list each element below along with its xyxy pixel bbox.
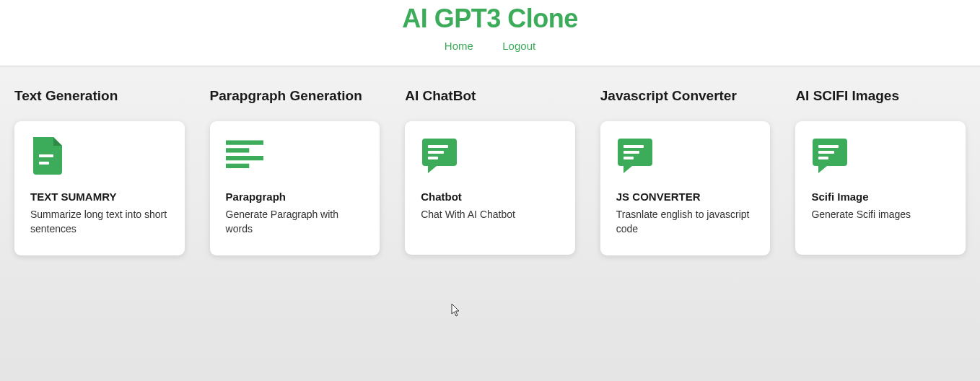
document-icon (30, 137, 68, 175)
svg-rect-13 (818, 151, 834, 154)
section-heading: AI SCIFI Images (795, 88, 966, 104)
app-header: AI GPT3 Clone Home Logout (0, 0, 980, 60)
svg-rect-4 (226, 156, 263, 160)
section-heading: AI ChatBot (405, 88, 575, 104)
card-text-summary[interactable]: TEXT SUMAMRY Summarize long text into sh… (14, 121, 185, 255)
chat-bubble-icon (811, 137, 849, 175)
svg-rect-9 (624, 145, 644, 148)
section-heading: Parapgraph Generation (210, 88, 380, 104)
nav-bar: Home Logout (0, 40, 980, 53)
card-title: JS CONVERTER (616, 190, 755, 203)
svg-rect-8 (428, 157, 438, 159)
nav-home-link[interactable]: Home (445, 40, 473, 52)
chat-bubble-icon (616, 137, 654, 175)
svg-rect-2 (226, 140, 263, 144)
card-title: TEXT SUMAMRY (30, 190, 169, 203)
svg-rect-14 (818, 157, 828, 159)
svg-rect-12 (818, 145, 839, 148)
section-scifi-images: AI SCIFI Images Scifi Image Generate Sci… (795, 88, 966, 255)
svg-rect-11 (624, 157, 634, 159)
chat-bubble-icon (421, 137, 458, 175)
paragraph-lines-icon (226, 137, 263, 175)
svg-rect-7 (428, 151, 444, 154)
svg-rect-5 (226, 164, 249, 168)
card-description: Trasnlate english to javascript code (616, 207, 755, 237)
card-scifi-image[interactable]: Scifi Image Generate Scifi images (795, 121, 966, 255)
card-js-converter[interactable]: JS CONVERTER Trasnlate english to javasc… (600, 121, 771, 255)
card-title: Scifi Image (811, 190, 950, 203)
svg-rect-3 (226, 148, 249, 152)
main-content: Text Generation TEXT SUMAMRY Summarize l… (0, 66, 980, 381)
card-description: Generate Scifi images (811, 207, 950, 222)
nav-logout-link[interactable]: Logout (502, 40, 535, 52)
svg-rect-6 (428, 145, 448, 148)
svg-rect-10 (624, 151, 639, 154)
section-paragraph-generation: Parapgraph Generation Parapgraph Generat… (210, 88, 380, 255)
section-js-converter: Javascript Converter JS CONVERTER Trasnl… (600, 88, 771, 255)
card-chatbot[interactable]: Chatbot Chat With AI Chatbot (405, 121, 575, 255)
app-title: AI GPT3 Clone (0, 4, 980, 34)
card-paragraph[interactable]: Parapgraph Generate Paragraph with words (210, 121, 380, 255)
card-description: Summarize long text into short sentences (30, 207, 169, 237)
section-heading: Text Generation (14, 88, 185, 104)
card-title: Parapgraph (226, 190, 364, 203)
feature-sections: Text Generation TEXT SUMAMRY Summarize l… (14, 88, 966, 255)
section-heading: Javascript Converter (600, 88, 771, 104)
svg-rect-1 (39, 162, 49, 165)
section-text-generation: Text Generation TEXT SUMAMRY Summarize l… (14, 88, 185, 255)
card-title: Chatbot (421, 190, 559, 203)
svg-rect-0 (39, 154, 53, 157)
card-description: Generate Paragraph with words (226, 207, 364, 237)
section-ai-chatbot: AI ChatBot Chatbot Chat With AI Chatbot (405, 88, 575, 255)
card-description: Chat With AI Chatbot (421, 207, 559, 222)
